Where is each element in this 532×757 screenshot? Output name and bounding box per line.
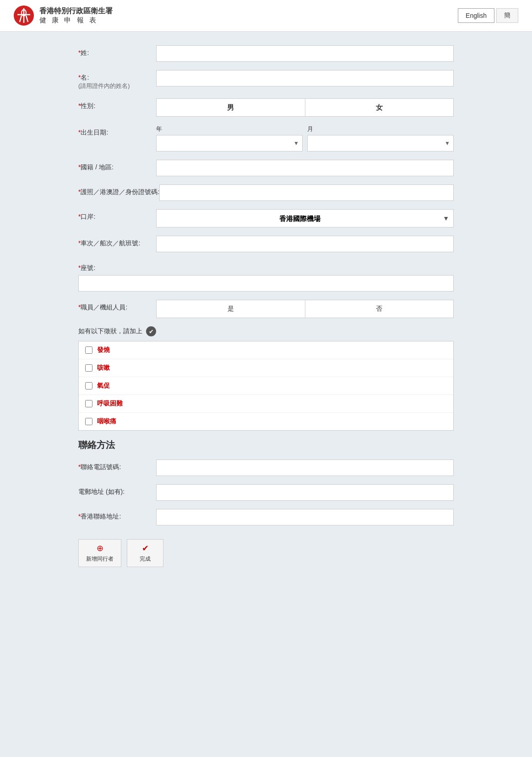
symptom-cough-label: 咳嗽 — [97, 364, 110, 372]
vehicle-input[interactable] — [156, 236, 454, 252]
vehicle-row: *車次／船次／航班號: — [78, 236, 454, 252]
nationality-row: *國籍 / 地區: — [78, 160, 454, 176]
email-input-wrapper — [156, 484, 454, 501]
symptom-cough-checkbox[interactable] — [85, 364, 92, 372]
port-label: *口岸: — [78, 209, 156, 221]
symptoms-instruction-label: 如有以下徵狀，請加上 ✔ — [78, 326, 454, 336]
hk-address-input-wrapper — [156, 509, 454, 525]
seat-input[interactable] — [78, 275, 454, 292]
gender-row: *性別: 男 女 — [78, 98, 454, 117]
email-label: 電郵地址 (如有): — [78, 484, 156, 496]
symptom-sorethroat-item: 咽喉痛 — [79, 413, 453, 430]
nationality-label: *國籍 / 地區: — [78, 160, 156, 172]
email-input[interactable] — [156, 484, 454, 501]
seat-row: *座號: — [78, 260, 454, 292]
given-name-input[interactable] — [156, 70, 454, 87]
dob-month-select[interactable] — [307, 135, 454, 151]
vehicle-label: *車次／船次／航班號: — [78, 236, 156, 248]
seat-input-wrapper — [78, 275, 454, 292]
org-name: 香港特別行政區衛生署 — [39, 6, 113, 16]
port-input-wrapper: 香港國際機場 ▼ — [156, 209, 454, 227]
passport-input[interactable] — [159, 184, 454, 201]
complete-icon: ✔ — [142, 543, 149, 553]
add-companion-button[interactable]: ⊕ 新增同行者 — [78, 539, 121, 567]
add-companion-icon: ⊕ — [97, 543, 103, 553]
crew-no-button[interactable]: 否 — [305, 300, 454, 318]
crew-yesno-group: 是 否 — [156, 300, 454, 318]
dob-month-select-wrapper: ▼ — [307, 135, 454, 151]
phone-row: *聯絡電話號碼: — [78, 460, 454, 476]
form-title: 健 康 申 報 表 — [39, 16, 113, 25]
dob-month-label: 月 — [307, 125, 454, 133]
passport-input-wrapper — [159, 184, 454, 201]
nationality-input[interactable] — [156, 160, 454, 176]
phone-input[interactable] — [156, 460, 454, 476]
header: 香港特別行政區衛生署 健 康 申 報 表 English 簡 — [0, 0, 532, 32]
phone-input-wrapper — [156, 460, 454, 476]
port-select[interactable]: 香港國際機場 — [156, 209, 454, 227]
hk-address-label: *香港聯絡地址: — [78, 509, 156, 521]
vehicle-input-wrapper — [156, 236, 454, 252]
gender-input-wrapper: 男 女 — [156, 98, 454, 117]
symptom-diffbreath-item: 呼吸困難 — [79, 395, 453, 413]
dob-year-col: 年 ▼ — [156, 125, 303, 151]
crew-row: *職員／機組人員: 是 否 — [78, 300, 454, 318]
name-hint: (請用證件內的姓名) — [78, 82, 156, 90]
nationality-input-wrapper — [156, 160, 454, 176]
given-name-row: *名: (請用證件內的姓名) — [78, 70, 454, 90]
surname-row: *姓: — [78, 45, 454, 62]
header-left: 香港特別行政區衛生署 健 康 申 報 表 — [14, 5, 113, 26]
symptom-fever-checkbox[interactable] — [85, 346, 92, 354]
contact-heading: 聯絡方法 — [78, 439, 454, 451]
surname-input[interactable] — [156, 45, 454, 62]
dob-label: *出生日期: — [78, 125, 156, 137]
crew-label: *職員／機組人員: — [78, 300, 156, 312]
symptom-sorethroat-checkbox[interactable] — [85, 418, 92, 425]
dob-year-select[interactable] — [156, 135, 303, 151]
seat-label: *座號: — [78, 260, 156, 272]
crew-yes-button[interactable]: 是 — [156, 300, 305, 318]
logo-icon — [14, 5, 34, 26]
hk-address-row: *香港聯絡地址: — [78, 509, 454, 525]
symptom-shortbreath-checkbox[interactable] — [85, 382, 92, 389]
main-form: *姓: *名: (請用證件內的姓名) *性別: 男 女 *出生日期: — [60, 32, 472, 590]
passport-label: *護照／港澳證／身份證號碼: — [78, 184, 159, 196]
email-row: 電郵地址 (如有): — [78, 484, 454, 501]
add-companion-label: 新增同行者 — [86, 555, 114, 563]
gender-group: 男 女 — [156, 98, 454, 117]
port-select-wrapper: 香港國際機場 ▼ — [156, 209, 454, 227]
given-name-label: *名: (請用證件內的姓名) — [78, 70, 156, 90]
surname-label: *姓: — [78, 45, 156, 57]
symptoms-section: 如有以下徵狀，請加上 ✔ 發燒 咳嗽 氣促 呼吸困難 咽喉痛 — [78, 326, 454, 431]
dob-group: 年 ▼ 月 ▼ — [156, 125, 454, 151]
symptom-fever-label: 發燒 — [97, 346, 110, 354]
dob-year-select-wrapper: ▼ — [156, 135, 303, 151]
passport-row: *護照／港澳證／身份證號碼: — [78, 184, 454, 201]
symptom-sorethroat-label: 咽喉痛 — [97, 417, 116, 426]
given-name-input-wrapper — [156, 70, 454, 87]
check-icon: ✔ — [146, 326, 156, 336]
symptom-diffbreath-checkbox[interactable] — [85, 400, 92, 407]
gender-female-button[interactable]: 女 — [305, 98, 454, 117]
gender-label: *性別: — [78, 98, 156, 110]
bottom-buttons: ⊕ 新增同行者 ✔ 完成 — [78, 539, 454, 567]
symptom-shortbreath-item: 氣促 — [79, 377, 453, 395]
surname-input-wrapper — [156, 45, 454, 62]
lang-english-button[interactable]: English — [458, 8, 494, 23]
header-title: 香港特別行政區衛生署 健 康 申 報 表 — [39, 6, 113, 25]
lang-chinese-button[interactable]: 簡 — [496, 8, 518, 23]
dob-month-col: 月 ▼ — [307, 125, 454, 151]
symptom-shortbreath-label: 氣促 — [97, 382, 110, 390]
symptom-diffbreath-label: 呼吸困難 — [97, 400, 123, 408]
dob-input-wrapper: 年 ▼ 月 ▼ — [156, 125, 454, 151]
complete-button[interactable]: ✔ 完成 — [127, 539, 163, 567]
language-switcher: English 簡 — [458, 8, 518, 23]
dob-year-label: 年 — [156, 125, 303, 133]
gender-male-button[interactable]: 男 — [156, 98, 305, 117]
symptom-cough-item: 咳嗽 — [79, 359, 453, 377]
symptoms-list: 發燒 咳嗽 氣促 呼吸困難 咽喉痛 — [78, 341, 454, 431]
symptom-fever-item: 發燒 — [79, 341, 453, 359]
hk-address-input[interactable] — [156, 509, 454, 525]
phone-label: *聯絡電話號碼: — [78, 460, 156, 471]
port-row: *口岸: 香港國際機場 ▼ — [78, 209, 454, 227]
